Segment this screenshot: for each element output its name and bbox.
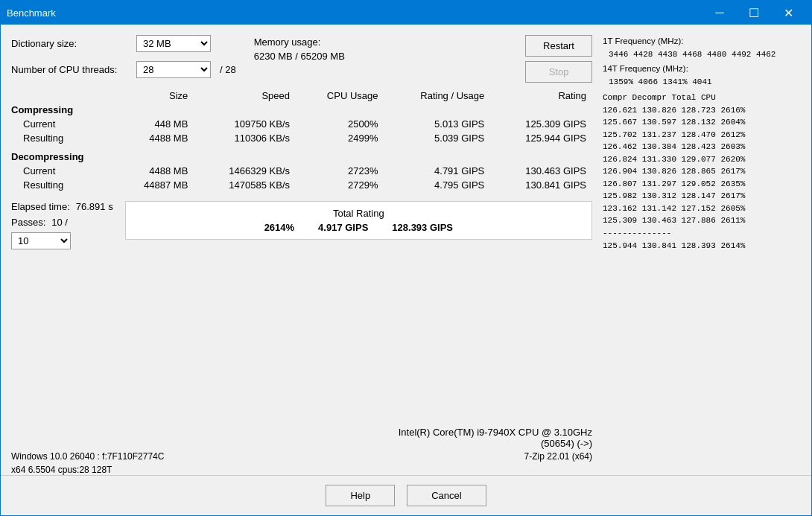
title-bar: Benchmark ─ ☐ ✕ (1, 1, 811, 25)
right-panel-row: 126.621 130.826 128.723 2616% (603, 104, 801, 117)
table-row: Compressing (11, 103, 592, 117)
memory-usage-label: Memory usage: (254, 36, 345, 48)
minimize-button[interactable]: ─ (702, 1, 737, 25)
right-panel-row: 126.462 130.384 128.423 2603% (603, 141, 801, 153)
freq-14t-label: 14T Frequency (MHz): (603, 63, 801, 76)
freq-1t-values: 3446 4428 4438 4468 4480 4492 4462 (609, 48, 801, 61)
right-table-header: Compr Decompr Total CPU (603, 92, 801, 104)
right-panel-row: 125.982 130.312 128.147 2617% (603, 190, 801, 203)
table-row: Current 448 MB 109750 KB/s 2500% 5.013 G… (11, 117, 592, 131)
right-panel: 1T Frequency (MHz): 3446 4428 4438 4468 … (603, 25, 811, 475)
window-title: Benchmark (7, 7, 56, 19)
dict-size-row: Dictionary size: 32 MB (11, 35, 236, 52)
cpu-id: (50654) (->) (541, 438, 592, 449)
elapsed-row: Elapsed time: 76.891 s (11, 201, 113, 212)
table-row: Resulting 4488 MB 110306 KB/s 2499% 5.03… (11, 131, 592, 145)
cpu-threads-select[interactable]: 28 (136, 61, 211, 78)
col-rating-usage: Rating / Usage (384, 89, 491, 103)
dict-size-label: Dictionary size: (11, 38, 130, 49)
cpu-threads-row: Number of CPU threads: 28 / 28 (11, 61, 236, 78)
passes-label: Passes: (11, 217, 45, 228)
dict-size-select[interactable]: 32 MB (136, 35, 211, 52)
total-rating-title: Total Rating (138, 208, 580, 219)
arch-info: x64 6.5504 cpus:28 128T (11, 464, 592, 475)
cpu-threads-label: Number of CPU threads: (11, 64, 130, 75)
main-window: Benchmark ─ ☐ ✕ Dictionary size: 32 MB (0, 0, 812, 516)
freq-1t-label: 1T Frequency (MHz): (603, 35, 801, 48)
stop-button[interactable]: Stop (525, 61, 592, 83)
right-panel-row: 125.667 130.597 128.132 2604% (603, 116, 801, 129)
cpu-info: Intel(R) Core(TM) i9-7940X CPU @ 3.10GHz (399, 427, 592, 438)
elapsed-value: 76.891 s (76, 201, 113, 212)
total-rating-box: Total Rating 2614% 4.917 GIPS 128.393 GI… (125, 201, 592, 240)
title-bar-controls: ─ ☐ ✕ (702, 1, 805, 25)
passes-select[interactable]: 10 (11, 232, 71, 249)
right-panel-row: 123.162 131.142 127.152 2605% (603, 203, 801, 215)
memory-usage-value: 6230 MB / 65209 MB (254, 51, 345, 62)
total-gips2: 128.393 GIPS (392, 222, 453, 233)
restart-button[interactable]: Restart (525, 35, 592, 57)
col-size: Size (115, 89, 194, 103)
cancel-button[interactable]: Cancel (407, 485, 486, 506)
passes-row: Passes: 10 / (11, 217, 113, 228)
right-panel-row: 125.309 130.463 127.886 2611% (603, 214, 801, 227)
right-panel-row: 125.702 131.237 128.470 2612% (603, 129, 801, 141)
os-info: Windows 10.0 26040 : f:7F110F2774C (11, 451, 164, 462)
maximize-button[interactable]: ☐ (737, 1, 771, 25)
table-row: Resulting 44887 MB 1470585 KB/s 2729% 4.… (11, 178, 592, 192)
cpu-info-row: Intel(R) Core(TM) i9-7940X CPU @ 3.10GHz… (11, 427, 592, 449)
benchmark-table: Size Speed CPU Usage Rating / Usage Rati… (11, 89, 592, 192)
total-pct: 2614% (264, 222, 294, 233)
col-speed: Speed (194, 89, 296, 103)
right-total-row: 125.944 130.841 128.393 2614% (603, 240, 801, 252)
table-row: Current 4488 MB 1466329 KB/s 2723% 4.791… (11, 164, 592, 178)
passes-value: 10 / (51, 217, 68, 228)
right-panel-row: 126.904 130.826 128.865 2617% (603, 165, 801, 178)
bottom-buttons: Help Cancel (1, 475, 811, 515)
help-button[interactable]: Help (326, 485, 395, 506)
col-rating: Rating (490, 89, 592, 103)
right-rows-container: 126.621 130.826 128.723 2616%125.667 130… (603, 104, 801, 227)
col-cpu: CPU Usage (296, 89, 384, 103)
table-row: Decompressing (11, 150, 592, 164)
system-info: Intel(R) Core(TM) i9-7940X CPU @ 3.10GHz… (11, 419, 592, 475)
cpu-threads-max: / 28 (220, 64, 236, 75)
os-info-row: Windows 10.0 26040 : f:7F110F2774C 7-Zip… (11, 451, 592, 462)
freq-14t-values: 1359% 4066 1341% 4041 (609, 76, 801, 89)
right-panel-row: 126.807 131.297 129.052 2635% (603, 178, 801, 191)
elapsed-label: Elapsed time: (11, 201, 70, 212)
total-rating-values: 2614% 4.917 GIPS 128.393 GIPS (138, 222, 580, 233)
close-button[interactable]: ✕ (771, 1, 805, 25)
right-panel-row: 126.824 131.330 129.077 2620% (603, 153, 801, 166)
total-gips1: 4.917 GIPS (318, 222, 368, 233)
zip-version: 7-Zip 22.01 (x64) (524, 451, 592, 462)
right-separator: -------------- (603, 227, 801, 240)
